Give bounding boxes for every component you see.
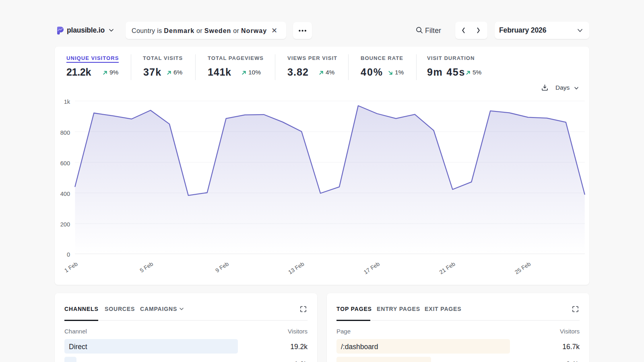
svg-text:5 Feb: 5 Feb xyxy=(138,260,154,274)
svg-text:1k: 1k xyxy=(64,99,70,105)
svg-text:800: 800 xyxy=(60,130,70,136)
svg-text:200: 200 xyxy=(60,221,70,228)
svg-text:400: 400 xyxy=(60,191,70,197)
svg-text:600: 600 xyxy=(60,160,70,167)
svg-text:25 Feb: 25 Feb xyxy=(514,260,532,275)
svg-text:21 Feb: 21 Feb xyxy=(438,260,456,275)
svg-text:0: 0 xyxy=(67,251,70,258)
svg-text:1 Feb: 1 Feb xyxy=(63,260,79,274)
svg-text:9 Feb: 9 Feb xyxy=(214,260,230,274)
svg-text:17 Feb: 17 Feb xyxy=(363,260,381,275)
svg-text:13 Feb: 13 Feb xyxy=(287,260,305,275)
